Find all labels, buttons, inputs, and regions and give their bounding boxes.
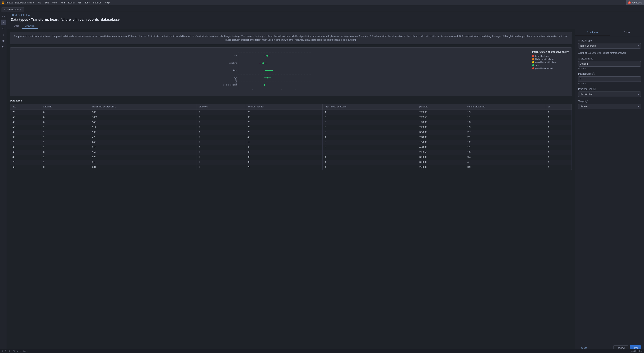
- table-cell: 35: [245, 155, 322, 160]
- table-cell: 0: [322, 140, 417, 145]
- table-cell: 157: [90, 150, 196, 155]
- table-cell: 0: [196, 120, 245, 125]
- problem-type-select-wrapper: classification regression: [578, 92, 641, 97]
- svg-text:column: column: [235, 78, 237, 85]
- legend-possibly-target-leakage: possibly target leakage: [532, 61, 569, 63]
- problem-type-select[interactable]: classification regression: [578, 92, 641, 97]
- git-icon[interactable]: ⑂: [1, 20, 6, 25]
- table-cell: 160: [90, 130, 196, 135]
- table-cell: 1: [41, 125, 90, 130]
- back-link[interactable]: ‹ Back to data flow: [11, 14, 640, 16]
- target-label: Target i: [578, 100, 641, 103]
- table-cell: 1: [546, 120, 572, 125]
- col-age[interactable]: age: [10, 104, 41, 110]
- feedback-button[interactable]: 4 Feedback: [626, 0, 644, 5]
- back-arrow-icon: ‹: [11, 14, 12, 16]
- data-table-wrapper[interactable]: age anaemia creatinine_phosphokin... dia…: [10, 104, 572, 170]
- table-cell: 1: [546, 125, 572, 130]
- tab-bar: ◈ untitled.flow ×: [0, 5, 644, 12]
- tab-configure[interactable]: Configure: [575, 29, 610, 36]
- menu-edit[interactable]: Edit: [43, 1, 50, 4]
- table-cell: 1: [546, 110, 572, 115]
- menu-run[interactable]: Run: [59, 1, 66, 4]
- extensions-icon[interactable]: ⧉: [1, 26, 6, 31]
- menu-tabs[interactable]: Tabs: [83, 1, 91, 4]
- table-cell: 1: [546, 164, 572, 170]
- svg-rect-3: [3, 3, 4, 4]
- table-cell: 0: [41, 150, 90, 155]
- search-icon[interactable]: ⌕: [1, 32, 6, 37]
- col-anaemia[interactable]: anaemia: [41, 104, 90, 110]
- svg-text:smoking: smoking: [229, 62, 237, 64]
- table-cell: 81: [90, 160, 196, 164]
- table-cell: 0.9: [465, 164, 546, 170]
- max-features-hint: Optional: [578, 82, 641, 84]
- target-select[interactable]: diabetes age anaemia ejection_fraction: [578, 104, 641, 109]
- menu-help[interactable]: Help: [103, 1, 111, 4]
- col-diabetes[interactable]: diabetes: [196, 104, 245, 110]
- table-cell: 162000: [417, 120, 465, 125]
- table-cell: 75: [10, 140, 41, 145]
- table-cell: 1.9: [465, 125, 546, 130]
- col-creatinine[interactable]: creatinine_phosphokin...: [90, 104, 196, 110]
- problem-type-label: Problem Type i: [578, 88, 641, 90]
- table-row: 9014704012040002.11: [10, 135, 572, 140]
- tab-data[interactable]: Data: [11, 23, 22, 29]
- menu-git[interactable]: Git: [77, 1, 83, 4]
- tools-icon[interactable]: ⚒: [1, 44, 6, 50]
- table-cell: 263358: [417, 115, 465, 120]
- files-icon[interactable]: 🗂: [1, 14, 6, 19]
- legend-dot-redundant: [532, 67, 534, 69]
- table-cell: 1.9: [465, 110, 546, 115]
- table-cell: 0: [41, 164, 90, 170]
- table-cell: 265000: [417, 110, 465, 115]
- table-cell: 20: [245, 110, 322, 115]
- table-cell: 127000: [417, 140, 465, 145]
- graph-icon[interactable]: ◉: [1, 38, 6, 43]
- tab-close-button[interactable]: ×: [20, 8, 21, 11]
- analysis-type-select[interactable]: Target Leakage Feature Importance Correl…: [578, 43, 641, 48]
- app-logo: Amazon SageMaker Studio: [2, 1, 34, 4]
- col-high-bp[interactable]: high_blood_pressure: [322, 104, 417, 110]
- col-platelets[interactable]: platelets: [417, 104, 465, 110]
- chart-plot: sex smoking time age serum_sodium: [13, 51, 528, 93]
- col-ejection[interactable]: ejection_fraction: [245, 104, 322, 110]
- target-select-wrapper: diabetes age anaemia ejection_fraction: [578, 104, 641, 109]
- legend-likely-target-leakage: likely target leakage: [532, 58, 569, 60]
- table-cell: 582: [90, 110, 196, 115]
- main-content: The provided predictive metric is roc, c…: [7, 29, 644, 353]
- legend-target-leakage: target leakage: [532, 55, 569, 57]
- max-features-info-icon[interactable]: i: [592, 72, 595, 75]
- file-tab[interactable]: ◈ untitled.flow ×: [2, 7, 24, 12]
- table-cell: 0: [322, 120, 417, 125]
- table-cell: 1.2: [465, 140, 546, 145]
- menu-view[interactable]: View: [51, 1, 59, 4]
- tab-analysis[interactable]: Analysis: [22, 23, 38, 29]
- max-features-input[interactable]: [578, 76, 641, 82]
- problem-type-info-icon[interactable]: i: [593, 88, 596, 90]
- table-cell: 0: [322, 145, 417, 150]
- menu-settings[interactable]: Settings: [92, 1, 103, 4]
- target-info-icon[interactable]: i: [585, 100, 588, 103]
- menu-kernel[interactable]: Kernel: [67, 1, 76, 4]
- menu-bar-right: 4 Feedback: [626, 0, 644, 5]
- table-cell: 0: [322, 150, 417, 155]
- tab-label: untitled.flow: [7, 8, 19, 11]
- page-tabs: Data Analysis: [11, 23, 640, 29]
- tab-code[interactable]: Code: [610, 29, 644, 36]
- analysis-name-input[interactable]: [578, 61, 641, 66]
- table-cell: 454000: [417, 145, 465, 150]
- table-cell: 0: [196, 110, 245, 115]
- table-cell: 7861: [90, 115, 196, 120]
- table-cell: 4: [465, 160, 546, 164]
- table-row: 62023102512530000.91: [10, 164, 572, 170]
- table-cell: 123: [90, 155, 196, 160]
- col-serum-creatinine[interactable]: serum_creatinine: [465, 104, 546, 110]
- menu-file[interactable]: File: [36, 1, 43, 4]
- content-area: ‹ Back to data flow Data types · Transfo…: [7, 12, 644, 353]
- legend-title: Interpretation of predictive ability: [532, 51, 569, 53]
- table-cell: 55: [10, 115, 41, 120]
- table-cell: 1: [546, 160, 572, 164]
- col-se[interactable]: se: [546, 104, 572, 110]
- table-row: 60131516004540001.11: [10, 145, 572, 150]
